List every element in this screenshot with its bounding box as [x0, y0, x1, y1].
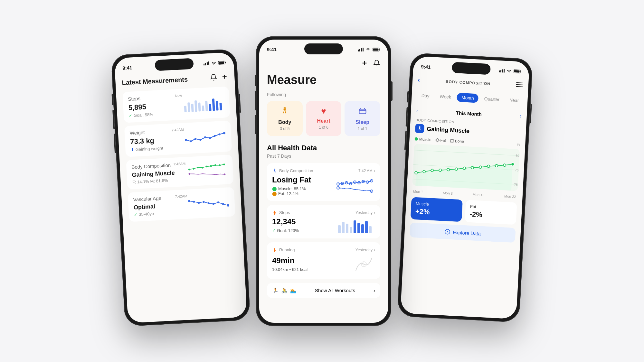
heart-icon: ♥: [310, 106, 338, 116]
svg-rect-17: [212, 98, 215, 111]
fat-legend: Fat: [436, 138, 446, 143]
menu-icon-right[interactable]: [516, 82, 523, 88]
next-month-button[interactable]: ›: [519, 113, 522, 119]
svg-rect-15: [205, 101, 208, 111]
body-comp-mini-chart: [336, 178, 375, 194]
bone-square: [450, 139, 454, 143]
svg-line-93: [516, 86, 523, 87]
svg-point-27: [218, 133, 220, 135]
weight-title: Weight: [130, 129, 145, 135]
svg-point-30: [193, 167, 194, 169]
wifi-icon-right: [507, 69, 512, 73]
svg-rect-10: [187, 102, 190, 112]
svg-point-31: [197, 166, 199, 168]
fat-stat-card[interactable]: Fat -2%: [465, 200, 517, 225]
bell-icon-left[interactable]: [210, 73, 217, 82]
svg-point-41: [193, 200, 195, 202]
tab-quarter[interactable]: Quarter: [479, 94, 504, 104]
left-phone: 9:41: [111, 49, 251, 326]
svg-point-29: [188, 168, 190, 170]
back-button[interactable]: ‹: [418, 76, 420, 83]
measure-header: [267, 57, 380, 73]
steps-icon: [272, 210, 277, 215]
svg-point-34: [210, 165, 212, 167]
steps-card[interactable]: Steps Now 5,895 ✓ Goal: 58%: [122, 86, 230, 123]
right-phone-screen: 9:41: [400, 56, 529, 319]
svg-point-23: [199, 139, 201, 141]
svg-point-38: [188, 172, 190, 174]
running-detail: 10.04km • 621 kcal: [272, 267, 308, 272]
svg-point-106: [455, 168, 458, 170]
bell-icon-center[interactable]: [373, 60, 380, 68]
steps-health-card[interactable]: Steps Yesterday › 12,345 ✓ Goal: 123%: [267, 205, 380, 238]
body-comp-chart: [185, 161, 228, 180]
running-category: Running: [272, 247, 295, 253]
svg-point-109: [479, 166, 482, 168]
svg-line-91: [516, 82, 523, 83]
following-card-heart[interactable]: ♥ Heart 1 of 6: [306, 101, 342, 136]
tab-day[interactable]: Day: [417, 90, 434, 100]
tab-month[interactable]: Month: [457, 93, 478, 103]
body-comp-card[interactable]: Body Composition 7:42AM Gaining Muscle F…: [126, 154, 233, 189]
explore-btn-label: Explore Data: [453, 229, 481, 236]
heart-card-sub: 1 of 6: [310, 125, 338, 130]
status-icons-left: [204, 60, 226, 66]
pct-label: %: [516, 142, 520, 147]
signal-icon-right: [499, 68, 505, 72]
prev-month-button[interactable]: ‹: [416, 107, 418, 114]
explore-data-button[interactable]: Explore Data: [410, 222, 516, 243]
svg-rect-75: [350, 227, 352, 233]
body-comp-health-value: Losing Fat: [272, 175, 311, 184]
stat-cards: Muscle +2% Fat -2%: [411, 197, 517, 225]
svg-point-44: [208, 202, 210, 204]
tab-week[interactable]: Week: [435, 91, 456, 101]
svg-line-95: [414, 150, 520, 155]
body-comp-time: 7:42AM: [173, 162, 185, 166]
body-comp-category: Body Composition: [272, 168, 313, 173]
show-workouts-row[interactable]: 🏃🚴🏊 Show All Workouts ›: [267, 283, 380, 298]
time-left: 9:41: [122, 64, 132, 70]
svg-point-24: [204, 136, 206, 138]
steps-health-value: 12,345: [272, 217, 299, 226]
phones-container: 9:41: [0, 0, 644, 362]
svg-point-113: [511, 162, 514, 166]
svg-point-108: [471, 166, 474, 169]
body-comp-health-card[interactable]: Body Composition 7:42 AM › Losing Fat ⬤: [267, 163, 380, 201]
weight-card[interactable]: Weight 7:42AM 73.3 kg ⬆ Gaining weight: [124, 120, 232, 157]
steps-category: Steps: [272, 210, 290, 215]
x-label-mon8: Mon 8: [443, 191, 453, 195]
vascular-title: Vascular Age: [133, 195, 161, 202]
fat-diamond: [435, 138, 440, 142]
svg-point-39: [224, 173, 226, 175]
all-health-sub: Past 7 Days: [267, 153, 380, 159]
center-phone: 9:41: [256, 36, 391, 326]
status-icons-right: [499, 68, 522, 73]
svg-rect-12: [194, 100, 197, 111]
svg-rect-73: [342, 222, 345, 233]
sleep-card-sub: 1 of 1: [348, 126, 376, 131]
svg-rect-76: [354, 220, 356, 233]
body-comp-time: 7:42 AM ›: [358, 169, 375, 173]
svg-rect-86: [502, 69, 503, 72]
month-nav-title: This Month: [456, 110, 482, 117]
vascular-card[interactable]: Vascular Age 7:42AM Optimal ✓ 35-40yo: [128, 187, 235, 222]
following-card-body[interactable]: Body 3 of 5: [267, 101, 303, 136]
svg-point-21: [190, 140, 192, 142]
muscle-stat-card[interactable]: Muscle +2%: [411, 197, 463, 222]
body-comp-detail1: ⬤ Muscle: 85.1%: [272, 186, 311, 191]
muscle-legend: Muscle: [414, 136, 431, 142]
svg-rect-49: [358, 50, 359, 51]
tab-year[interactable]: Year: [505, 95, 524, 105]
body-comp-detail2: ⬤ Fat: 12.4%: [272, 191, 311, 196]
explore-icon: [444, 228, 450, 235]
following-card-sleep[interactable]: Sleep 1 of 1: [345, 101, 380, 136]
signal-icon-center: [358, 48, 364, 51]
plus-icon-left[interactable]: [221, 73, 228, 81]
plus-icon-center[interactable]: [361, 60, 368, 68]
svg-rect-80: [369, 226, 372, 233]
bone-legend: Bone: [450, 138, 464, 144]
dynamic-island-center: [304, 43, 343, 54]
sleep-icon: [348, 106, 376, 117]
running-health-card[interactable]: Running Yesterday › 49min 10.04km • 621 …: [267, 242, 380, 279]
following-label: Following: [267, 92, 380, 97]
